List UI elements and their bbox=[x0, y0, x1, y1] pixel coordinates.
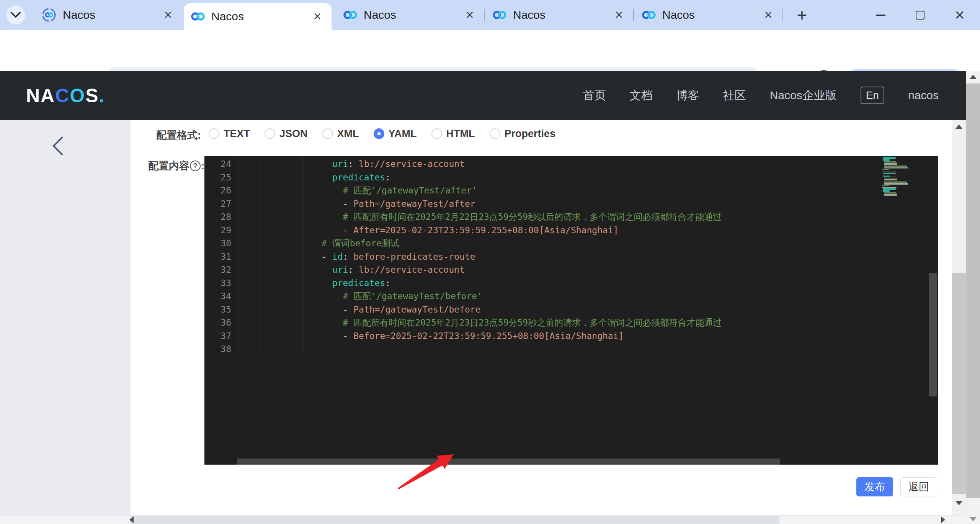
code-line-30[interactable]: 30 # 谓词before测试 bbox=[204, 237, 938, 250]
code-line-29[interactable]: 29 - After=2025-02-23T23:59:59.255+08:00… bbox=[204, 224, 938, 237]
code-line-36[interactable]: 36 # 匹配所有时间在2025年2月23日23点59分59秒之前的请求，多个谓… bbox=[204, 316, 938, 329]
logged-in-user[interactable]: nacos bbox=[908, 89, 939, 102]
scroll-right-arrow[interactable] bbox=[941, 516, 945, 523]
scroll-down-arrow[interactable] bbox=[970, 517, 977, 521]
scrollbar-corner bbox=[966, 515, 980, 524]
code-line-24[interactable]: 24 uri: lb://service-account bbox=[204, 157, 938, 171]
config-content-label: 配置内容 ? : bbox=[148, 159, 204, 173]
code-line-27[interactable]: 27 - Path=/gatewayTest/after bbox=[204, 197, 938, 211]
format-radio-text[interactable]: TEXT bbox=[209, 128, 250, 140]
nacos-nav: 首页文档博客社区Nacos企业版 En nacos bbox=[583, 71, 939, 120]
code-lines[interactable]: 24 uri: lb://service-account25 predicate… bbox=[204, 157, 938, 356]
line-number: 34 bbox=[204, 290, 237, 303]
window-close-button[interactable]: × bbox=[951, 6, 969, 24]
browser-tab-2-active[interactable]: Nacos× bbox=[184, 3, 332, 30]
scroll-up-arrow[interactable] bbox=[956, 124, 962, 129]
yaml-code-editor[interactable]: 24 uri: lb://service-account25 predicate… bbox=[204, 156, 938, 465]
browser-tab-5[interactable]: Nacos× bbox=[635, 4, 782, 26]
minimize-icon bbox=[876, 15, 885, 16]
line-number: 27 bbox=[204, 197, 237, 211]
line-number: 38 bbox=[204, 342, 237, 356]
nav-item-4[interactable]: 社区 bbox=[723, 88, 746, 103]
radio-icon[interactable] bbox=[322, 128, 333, 139]
tab-title: Nacos bbox=[211, 10, 310, 23]
tab-title: Nacos bbox=[364, 8, 462, 21]
window-maximize-button[interactable] bbox=[911, 6, 929, 24]
code-line-35[interactable]: 35 - Path=/gatewayTest/before bbox=[204, 303, 938, 316]
code-line-33[interactable]: 33 predicates: bbox=[204, 277, 938, 290]
radio-icon[interactable] bbox=[265, 128, 275, 139]
tab-separator bbox=[633, 9, 634, 21]
tab-close-button[interactable]: × bbox=[161, 8, 175, 22]
nav-item-1[interactable]: 首页 bbox=[583, 88, 606, 103]
nacos-favicon bbox=[642, 10, 656, 20]
format-radio-html[interactable]: HTML bbox=[431, 128, 475, 140]
radio-icon[interactable] bbox=[431, 128, 442, 139]
line-number: 37 bbox=[204, 329, 237, 343]
code-line-25[interactable]: 25 predicates: bbox=[204, 171, 938, 184]
line-number: 35 bbox=[204, 303, 237, 316]
nacos-favicon bbox=[191, 11, 205, 21]
nacos-favicon bbox=[492, 10, 507, 20]
scroll-left-arrow[interactable] bbox=[129, 516, 134, 523]
code-line-31[interactable]: 31 - id: before-predicates-route bbox=[204, 250, 938, 264]
scrollbar-thumb[interactable] bbox=[966, 84, 980, 498]
code-line-37[interactable]: 37 - Before=2025-02-22T23:59:59.255+08:0… bbox=[204, 329, 938, 343]
scrollbar-thumb[interactable] bbox=[952, 273, 966, 494]
window-vertical-scrollbar[interactable] bbox=[966, 71, 980, 515]
nav-item-5[interactable]: Nacos企业版 bbox=[770, 88, 837, 103]
format-radio-xml[interactable]: XML bbox=[322, 128, 359, 140]
nacos-logo[interactable]: NACOS. bbox=[26, 85, 105, 107]
tab-close-button[interactable]: × bbox=[310, 9, 325, 24]
nacos-favicon bbox=[343, 10, 358, 20]
page-vertical-scrollbar[interactable] bbox=[952, 120, 966, 515]
tab-close-button[interactable]: × bbox=[462, 8, 477, 22]
code-line-26[interactable]: 26 # 匹配'/gatewayTest/after' bbox=[204, 184, 938, 197]
publish-button[interactable]: 发布 bbox=[856, 477, 893, 496]
scrollbar-thumb[interactable] bbox=[131, 516, 779, 524]
editor-horizontal-scrollbar[interactable] bbox=[237, 458, 780, 465]
window-minimize-button[interactable] bbox=[872, 6, 890, 24]
line-number: 28 bbox=[204, 210, 237, 224]
close-icon: × bbox=[955, 7, 965, 23]
code-line-38[interactable]: 38 bbox=[204, 342, 938, 356]
window-horizontal-scrollbar[interactable] bbox=[0, 515, 980, 524]
browser-tab-4[interactable]: Nacos× bbox=[485, 4, 633, 26]
back-page-button[interactable]: 返回 bbox=[900, 477, 937, 496]
sidebar-collapse-button[interactable] bbox=[50, 136, 66, 157]
browser-toolbar: i localhost:8848/nacos/#/configeditor?se… bbox=[0, 30, 980, 71]
editor-vertical-scrollbar[interactable] bbox=[929, 273, 937, 396]
line-number: 26 bbox=[204, 184, 237, 197]
config-format-radio-group: TEXTJSONXMLYAMLHTMLProperties bbox=[209, 124, 555, 144]
format-radio-properties[interactable]: Properties bbox=[490, 128, 556, 140]
tab-separator bbox=[484, 9, 485, 21]
nav-item-2[interactable]: 文档 bbox=[630, 88, 653, 103]
tab-close-button[interactable]: × bbox=[612, 8, 626, 22]
line-number: 31 bbox=[204, 250, 237, 264]
radio-selected-icon[interactable] bbox=[374, 128, 384, 139]
tab-search-button[interactable] bbox=[6, 5, 25, 25]
scroll-up-arrow[interactable] bbox=[970, 75, 977, 79]
code-line-32[interactable]: 32 uri: lb://service-account bbox=[204, 263, 938, 277]
radio-icon[interactable] bbox=[209, 128, 219, 139]
radio-icon[interactable] bbox=[490, 128, 500, 139]
new-tab-button[interactable]: + bbox=[793, 6, 811, 24]
help-icon[interactable]: ? bbox=[190, 160, 201, 171]
tab-close-button[interactable]: × bbox=[761, 8, 776, 22]
nav-item-3[interactable]: 博客 bbox=[676, 88, 699, 103]
code-line-28[interactable]: 28 # 匹配所有时间在2025年2月22日23点59分59秒以后的请求，多个谓… bbox=[204, 210, 938, 224]
scroll-down-arrow[interactable] bbox=[956, 501, 962, 505]
chevron-down-icon bbox=[11, 12, 21, 18]
minimap[interactable] bbox=[877, 156, 929, 198]
format-radio-json[interactable]: JSON bbox=[265, 128, 308, 140]
tab-title: Nacos bbox=[513, 8, 612, 21]
language-toggle[interactable]: En bbox=[861, 87, 884, 104]
tab-separator bbox=[782, 9, 783, 21]
browser-tab-1[interactable]: Nacos× bbox=[34, 4, 182, 26]
format-radio-yaml[interactable]: YAML bbox=[374, 128, 417, 140]
nacos-header: NACOS. 首页文档博客社区Nacos企业版 En nacos bbox=[0, 71, 980, 120]
line-number: 33 bbox=[204, 277, 237, 290]
browser-tab-3[interactable]: Nacos× bbox=[336, 4, 484, 26]
line-number: 30 bbox=[204, 237, 237, 250]
code-line-34[interactable]: 34 # 匹配'/gatewayTest/before' bbox=[204, 290, 938, 303]
